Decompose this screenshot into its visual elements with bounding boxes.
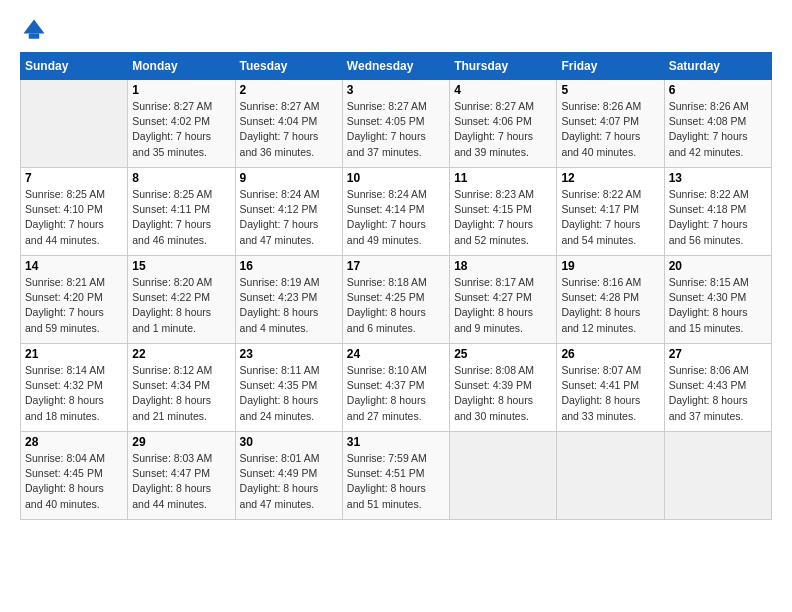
svg-marker-1 [24, 20, 45, 34]
day-number: 13 [669, 171, 767, 185]
calendar-day-cell: 28Sunrise: 8:04 AM Sunset: 4:45 PM Dayli… [21, 432, 128, 520]
calendar-day-cell: 18Sunrise: 8:17 AM Sunset: 4:27 PM Dayli… [450, 256, 557, 344]
day-info: Sunrise: 8:27 AM Sunset: 4:02 PM Dayligh… [132, 99, 230, 160]
calendar-day-cell: 7Sunrise: 8:25 AM Sunset: 4:10 PM Daylig… [21, 168, 128, 256]
day-number: 6 [669, 83, 767, 97]
day-info: Sunrise: 8:04 AM Sunset: 4:45 PM Dayligh… [25, 451, 123, 512]
day-info: Sunrise: 8:19 AM Sunset: 4:23 PM Dayligh… [240, 275, 338, 336]
day-info: Sunrise: 8:27 AM Sunset: 4:04 PM Dayligh… [240, 99, 338, 160]
logo-icon [20, 16, 48, 44]
calendar-day-cell [664, 432, 771, 520]
day-number: 19 [561, 259, 659, 273]
calendar-day-cell: 11Sunrise: 8:23 AM Sunset: 4:15 PM Dayli… [450, 168, 557, 256]
day-number: 17 [347, 259, 445, 273]
calendar-day-cell: 17Sunrise: 8:18 AM Sunset: 4:25 PM Dayli… [342, 256, 449, 344]
calendar-day-cell: 3Sunrise: 8:27 AM Sunset: 4:05 PM Daylig… [342, 80, 449, 168]
day-number: 27 [669, 347, 767, 361]
day-number: 20 [669, 259, 767, 273]
calendar-day-cell: 8Sunrise: 8:25 AM Sunset: 4:11 PM Daylig… [128, 168, 235, 256]
day-number: 12 [561, 171, 659, 185]
calendar-day-cell: 31Sunrise: 7:59 AM Sunset: 4:51 PM Dayli… [342, 432, 449, 520]
calendar-week-row: 14Sunrise: 8:21 AM Sunset: 4:20 PM Dayli… [21, 256, 772, 344]
day-info: Sunrise: 8:03 AM Sunset: 4:47 PM Dayligh… [132, 451, 230, 512]
weekday-header: Friday [557, 53, 664, 80]
calendar-day-cell: 12Sunrise: 8:22 AM Sunset: 4:17 PM Dayli… [557, 168, 664, 256]
calendar-day-cell: 25Sunrise: 8:08 AM Sunset: 4:39 PM Dayli… [450, 344, 557, 432]
day-number: 24 [347, 347, 445, 361]
day-info: Sunrise: 8:18 AM Sunset: 4:25 PM Dayligh… [347, 275, 445, 336]
calendar-day-cell: 9Sunrise: 8:24 AM Sunset: 4:12 PM Daylig… [235, 168, 342, 256]
day-info: Sunrise: 8:22 AM Sunset: 4:17 PM Dayligh… [561, 187, 659, 248]
calendar-day-cell: 15Sunrise: 8:20 AM Sunset: 4:22 PM Dayli… [128, 256, 235, 344]
day-info: Sunrise: 8:26 AM Sunset: 4:07 PM Dayligh… [561, 99, 659, 160]
calendar-day-cell: 21Sunrise: 8:14 AM Sunset: 4:32 PM Dayli… [21, 344, 128, 432]
day-number: 3 [347, 83, 445, 97]
day-info: Sunrise: 8:27 AM Sunset: 4:06 PM Dayligh… [454, 99, 552, 160]
calendar-day-cell: 19Sunrise: 8:16 AM Sunset: 4:28 PM Dayli… [557, 256, 664, 344]
weekday-header: Tuesday [235, 53, 342, 80]
day-number: 5 [561, 83, 659, 97]
calendar-day-cell: 22Sunrise: 8:12 AM Sunset: 4:34 PM Dayli… [128, 344, 235, 432]
day-info: Sunrise: 8:06 AM Sunset: 4:43 PM Dayligh… [669, 363, 767, 424]
day-info: Sunrise: 8:25 AM Sunset: 4:10 PM Dayligh… [25, 187, 123, 248]
calendar-day-cell: 16Sunrise: 8:19 AM Sunset: 4:23 PM Dayli… [235, 256, 342, 344]
day-number: 7 [25, 171, 123, 185]
calendar-day-cell: 23Sunrise: 8:11 AM Sunset: 4:35 PM Dayli… [235, 344, 342, 432]
day-number: 31 [347, 435, 445, 449]
day-info: Sunrise: 8:10 AM Sunset: 4:37 PM Dayligh… [347, 363, 445, 424]
day-info: Sunrise: 8:17 AM Sunset: 4:27 PM Dayligh… [454, 275, 552, 336]
day-info: Sunrise: 8:27 AM Sunset: 4:05 PM Dayligh… [347, 99, 445, 160]
calendar-day-cell: 27Sunrise: 8:06 AM Sunset: 4:43 PM Dayli… [664, 344, 771, 432]
calendar-day-cell: 6Sunrise: 8:26 AM Sunset: 4:08 PM Daylig… [664, 80, 771, 168]
calendar-day-cell: 14Sunrise: 8:21 AM Sunset: 4:20 PM Dayli… [21, 256, 128, 344]
day-number: 29 [132, 435, 230, 449]
calendar-day-cell [21, 80, 128, 168]
day-number: 14 [25, 259, 123, 273]
calendar-day-cell: 2Sunrise: 8:27 AM Sunset: 4:04 PM Daylig… [235, 80, 342, 168]
day-info: Sunrise: 8:21 AM Sunset: 4:20 PM Dayligh… [25, 275, 123, 336]
calendar-week-row: 21Sunrise: 8:14 AM Sunset: 4:32 PM Dayli… [21, 344, 772, 432]
day-info: Sunrise: 8:25 AM Sunset: 4:11 PM Dayligh… [132, 187, 230, 248]
calendar-table: SundayMondayTuesdayWednesdayThursdayFrid… [20, 52, 772, 520]
weekday-header: Thursday [450, 53, 557, 80]
svg-rect-2 [29, 34, 40, 39]
day-number: 25 [454, 347, 552, 361]
weekday-header: Sunday [21, 53, 128, 80]
day-number: 30 [240, 435, 338, 449]
day-info: Sunrise: 8:22 AM Sunset: 4:18 PM Dayligh… [669, 187, 767, 248]
calendar-day-cell: 20Sunrise: 8:15 AM Sunset: 4:30 PM Dayli… [664, 256, 771, 344]
day-number: 18 [454, 259, 552, 273]
day-info: Sunrise: 8:07 AM Sunset: 4:41 PM Dayligh… [561, 363, 659, 424]
calendar-day-cell: 30Sunrise: 8:01 AM Sunset: 4:49 PM Dayli… [235, 432, 342, 520]
calendar-day-cell: 10Sunrise: 8:24 AM Sunset: 4:14 PM Dayli… [342, 168, 449, 256]
day-info: Sunrise: 8:12 AM Sunset: 4:34 PM Dayligh… [132, 363, 230, 424]
day-number: 10 [347, 171, 445, 185]
calendar-day-cell: 4Sunrise: 8:27 AM Sunset: 4:06 PM Daylig… [450, 80, 557, 168]
day-number: 9 [240, 171, 338, 185]
calendar-day-cell [557, 432, 664, 520]
day-info: Sunrise: 8:01 AM Sunset: 4:49 PM Dayligh… [240, 451, 338, 512]
day-info: Sunrise: 7:59 AM Sunset: 4:51 PM Dayligh… [347, 451, 445, 512]
day-number: 4 [454, 83, 552, 97]
weekday-header: Monday [128, 53, 235, 80]
calendar-day-cell: 29Sunrise: 8:03 AM Sunset: 4:47 PM Dayli… [128, 432, 235, 520]
day-number: 22 [132, 347, 230, 361]
calendar-day-cell: 24Sunrise: 8:10 AM Sunset: 4:37 PM Dayli… [342, 344, 449, 432]
day-info: Sunrise: 8:26 AM Sunset: 4:08 PM Dayligh… [669, 99, 767, 160]
day-number: 23 [240, 347, 338, 361]
calendar-header: SundayMondayTuesdayWednesdayThursdayFrid… [21, 53, 772, 80]
day-info: Sunrise: 8:15 AM Sunset: 4:30 PM Dayligh… [669, 275, 767, 336]
day-number: 21 [25, 347, 123, 361]
calendar-day-cell: 13Sunrise: 8:22 AM Sunset: 4:18 PM Dayli… [664, 168, 771, 256]
day-number: 2 [240, 83, 338, 97]
day-number: 8 [132, 171, 230, 185]
day-number: 15 [132, 259, 230, 273]
day-number: 11 [454, 171, 552, 185]
calendar-day-cell: 1Sunrise: 8:27 AM Sunset: 4:02 PM Daylig… [128, 80, 235, 168]
page-header [20, 16, 772, 44]
calendar-day-cell: 26Sunrise: 8:07 AM Sunset: 4:41 PM Dayli… [557, 344, 664, 432]
weekday-header: Saturday [664, 53, 771, 80]
calendar-week-row: 28Sunrise: 8:04 AM Sunset: 4:45 PM Dayli… [21, 432, 772, 520]
day-number: 1 [132, 83, 230, 97]
day-info: Sunrise: 8:16 AM Sunset: 4:28 PM Dayligh… [561, 275, 659, 336]
